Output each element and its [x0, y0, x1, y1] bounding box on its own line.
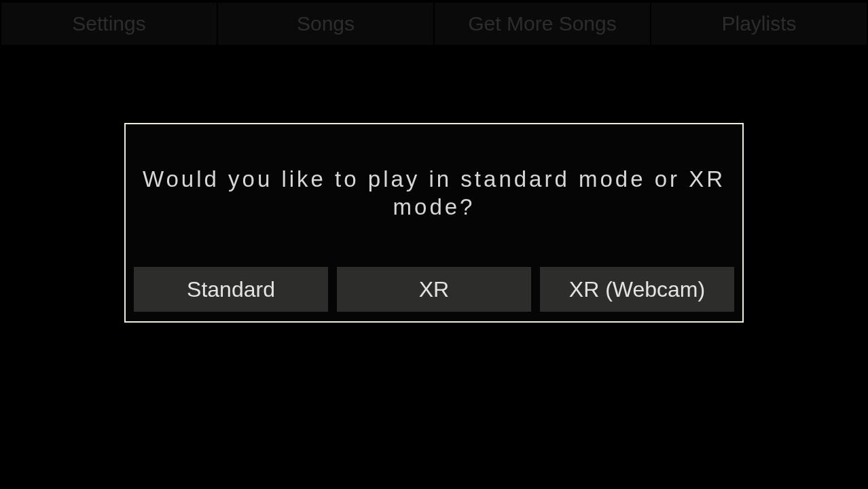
xr-webcam-mode-button[interactable]: XR (Webcam)	[540, 267, 734, 312]
modal-overlay: Would you like to play in standard mode …	[0, 0, 868, 489]
mode-select-dialog: Would you like to play in standard mode …	[124, 123, 744, 323]
mode-select-title: Would you like to play in standard mode …	[142, 165, 726, 221]
xr-mode-button[interactable]: XR	[337, 267, 531, 312]
mode-select-button-row: Standard XR XR (Webcam)	[134, 267, 734, 312]
standard-mode-button[interactable]: Standard	[134, 267, 328, 312]
